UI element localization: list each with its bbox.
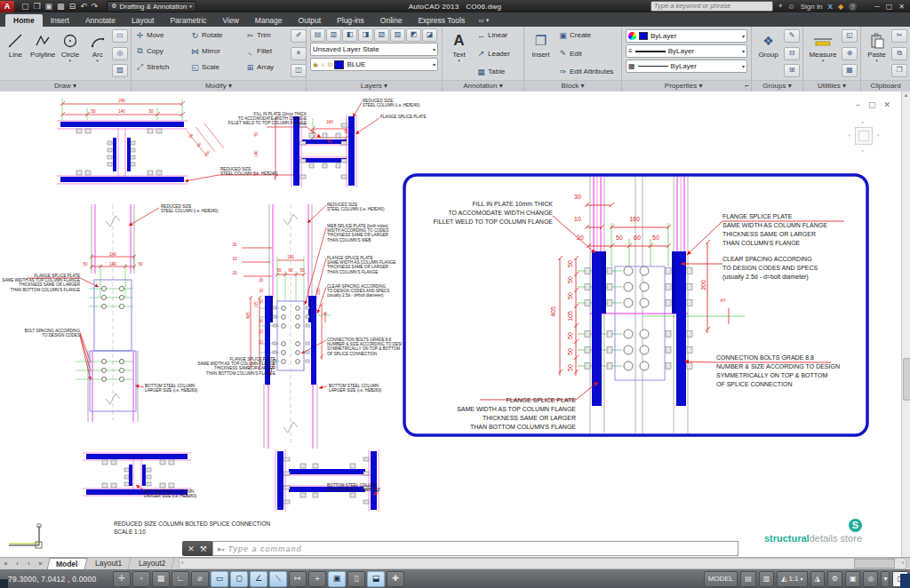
workspace-dropdown[interactable]: ⚙ Drafting & Annotation ▾ [107, 1, 196, 12]
calculator-icon[interactable]: ▦ [842, 64, 858, 77]
search-icon[interactable]: ⌖ [778, 2, 783, 11]
panel-label-groups[interactable]: Groups ▾ [752, 80, 802, 91]
cut-icon[interactable]: ✂ [891, 29, 907, 43]
tab-layout2[interactable]: Layout2 [130, 558, 174, 569]
hscrollbar-thumb[interactable] [854, 559, 895, 568]
model-space-icon[interactable]: ▤ [740, 571, 756, 587]
lineweight-dropdown[interactable]: ≡ ByLayer▾ [626, 44, 747, 58]
scroll-up-icon[interactable]: ▲ [902, 92, 910, 98]
tab-annotate[interactable]: Annotate [77, 14, 124, 27]
vertical-scrollbar[interactable]: ▲ [901, 91, 910, 557]
layer-state-dropdown[interactable]: Unsaved Layer State▾ [310, 43, 438, 56]
rotate-button[interactable]: ↻Rotate [188, 29, 243, 41]
layer-thaw-icon[interactable]: ☼ [320, 61, 325, 68]
fade-tool-icon[interactable]: ◫ [291, 64, 307, 77]
point-icon[interactable]: ⊕ [842, 47, 858, 60]
model-space-button[interactable]: MODEL [704, 571, 738, 587]
tab-home[interactable]: Home [5, 14, 43, 27]
layer-isolate-icon[interactable]: ◨ [358, 28, 373, 42]
infer-constraints-toggle[interactable]: ✛ [113, 571, 131, 587]
group-button[interactable]: ❖ Group [754, 28, 783, 79]
autoscale-icon[interactable]: ◮ [810, 571, 825, 587]
hatch-tool-icon[interactable]: ▨ [112, 64, 128, 77]
workspace-gear-icon[interactable]: ⚙ [827, 571, 842, 587]
leader-button[interactable]: ↗Leader [475, 48, 512, 60]
undo-icon[interactable]: ↶ [80, 2, 87, 11]
sign-in-link[interactable]: Sign In [801, 3, 823, 11]
status-menu-icon[interactable]: ▾ [881, 571, 890, 587]
ellipse-tool-icon[interactable]: ◎ [112, 47, 128, 60]
panel-label-layers[interactable]: Layers ▾ [307, 80, 442, 91]
view-cube[interactable]: ◂▸ ▴▾ [848, 120, 880, 152]
edit-attributes-button[interactable]: ✑Edit Attributes [556, 66, 615, 77]
panel-label-block[interactable]: Block ▾ [524, 80, 621, 91]
dialog-launcher-icon[interactable]: ⌐ [745, 81, 749, 91]
ortho-mode-toggle[interactable]: ∟ [172, 571, 189, 587]
copy-button[interactable]: ⧉Copy [133, 45, 188, 57]
mirror-button[interactable]: ⋈Mirror [188, 45, 243, 57]
ribbon-minimize-icon[interactable]: ▭ ▾ [478, 17, 489, 23]
paste-button[interactable]: Paste▾ [863, 28, 890, 79]
layout-nav-icon-0[interactable]: « [0, 560, 12, 567]
save-icon[interactable]: ▣ [45, 2, 53, 11]
fillet-button[interactable]: ◟Fillet [243, 45, 290, 57]
layer-on-icon[interactable]: ◉ [313, 61, 318, 68]
explode-tool-icon[interactable]: ✳ [291, 47, 307, 60]
match-props-icon[interactable]: ❐ [891, 64, 907, 77]
close-icon[interactable]: ✕ [898, 3, 905, 11]
drawing-canvas[interactable]: REDUCED SIZE STEEL COLUMN (i.e. HEB240)F… [0, 91, 910, 557]
polyline-button[interactable]: Polyline [29, 28, 57, 79]
search-input[interactable]: Type a keyword or phrase [651, 1, 773, 12]
dynamic-ucs-toggle[interactable]: ⟍ [269, 571, 287, 587]
tab-parametric[interactable]: Parametric [162, 14, 214, 27]
scroll-left-icon[interactable]: ‹ [181, 559, 183, 567]
tab-view[interactable]: View [215, 14, 247, 27]
layer-lock-icon[interactable]: ◩ [406, 28, 421, 42]
annotation-scale-button[interactable]: ◭1:1▾ [777, 571, 807, 587]
command-customize-icon[interactable]: ⚒ [200, 544, 207, 553]
layer-off-icon[interactable]: ▨ [390, 28, 405, 42]
redo-icon[interactable]: ↷ [92, 2, 99, 11]
polar-tracking-toggle[interactable]: ⌀ [191, 571, 209, 587]
tab-model[interactable]: Model [47, 558, 88, 570]
osnap-tracking-toggle[interactable]: ∠ [250, 571, 267, 587]
layer-unlock-icon[interactable]: ◪ [422, 28, 437, 42]
linetype-dropdown[interactable]: ▦ ByLayer▾ [626, 60, 747, 73]
ungroup-icon[interactable]: ⊟ [784, 47, 800, 60]
command-input[interactable]: ▸▾ Type a command [212, 541, 738, 556]
tab-express-tools[interactable]: Express Tools [410, 14, 473, 27]
scale-button[interactable]: ◱Scale [188, 61, 243, 73]
transparency-toggle[interactable]: ▣ [328, 571, 346, 587]
command-close-icon[interactable]: ✕ [188, 544, 195, 553]
copy-clip-icon[interactable]: ⧉ [891, 47, 907, 60]
isolate-objects-icon[interactable]: ◎ [863, 571, 878, 587]
trim-button[interactable]: ✂Trim [243, 29, 290, 41]
id-point-icon[interactable]: ◱ [842, 29, 858, 43]
tab-manage[interactable]: Manage [247, 14, 291, 27]
tab-online[interactable]: Online [372, 14, 411, 27]
rectangle-tool-icon[interactable]: ▭ [112, 29, 128, 43]
exchange-icon[interactable]: X [828, 3, 833, 11]
vp-minimize-icon[interactable]: − [856, 100, 860, 109]
app-menu-button[interactable]: A [0, 1, 14, 12]
circle-button[interactable]: Circle▾ [57, 28, 84, 79]
vp-restore-icon[interactable]: ▢ [868, 100, 876, 109]
text-button[interactable]: A Text▾ [444, 28, 474, 79]
plot-icon[interactable]: ⊟ [69, 2, 76, 11]
tab-insert[interactable]: Insert [43, 14, 77, 27]
layer-prev-icon[interactable]: ◧ [342, 28, 357, 42]
edit-button[interactable]: ✎Edit [556, 48, 615, 60]
panel-label-properties[interactable]: Properties ▾ ⌐ [622, 80, 751, 91]
object-snap-toggle[interactable]: ▭ [211, 571, 228, 587]
new-file-icon[interactable]: ▢ [21, 2, 29, 11]
layer-unlock2-icon[interactable]: ⊙ [328, 61, 333, 68]
panel-label-draw[interactable]: Draw ▾ [0, 80, 131, 91]
tab-plug-ins[interactable]: Plug-ins [329, 14, 372, 27]
insert-button[interactable]: ❐ Insert [526, 28, 555, 79]
erase-tool-icon[interactable]: ✐ [291, 29, 307, 43]
toolbar-lock-icon[interactable]: ▣ [845, 571, 861, 587]
horizontal-scrollbar[interactable]: ‹ › [179, 558, 906, 569]
arc-button[interactable]: Arc▾ [84, 28, 111, 79]
measure-button[interactable]: Measure▾ [805, 28, 841, 79]
linear-button[interactable]: ↔Linear [475, 29, 512, 41]
